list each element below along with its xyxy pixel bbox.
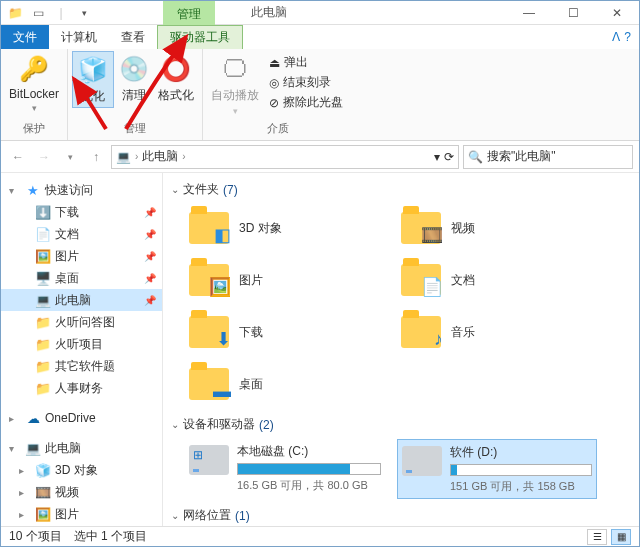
- chevron-right-icon: ▸: [9, 413, 21, 424]
- format-label: 格式化: [158, 87, 194, 104]
- chevron-down-icon: ⌄: [171, 510, 179, 521]
- breadcrumb-root[interactable]: 此电脑: [142, 148, 178, 165]
- folder-music[interactable]: ♪音乐: [397, 308, 597, 356]
- nav-folder-4[interactable]: 📁人事财务: [1, 377, 162, 399]
- pin-icon: 📌: [144, 295, 156, 306]
- nav-back-button[interactable]: ←: [7, 146, 29, 168]
- search-icon: 🔍: [468, 150, 483, 164]
- tab-computer[interactable]: 计算机: [49, 25, 109, 49]
- star-icon: ★: [25, 182, 41, 198]
- pin-icon: 📌: [144, 229, 156, 240]
- search-input[interactable]: 🔍 搜索"此电脑": [463, 145, 633, 169]
- group-header-folders[interactable]: ⌄ 文件夹 (7): [171, 181, 631, 198]
- eject-button[interactable]: ⏏弹出: [267, 53, 345, 72]
- qat-dropdown-icon[interactable]: ▾: [74, 3, 94, 23]
- group-label-protect: 保护: [23, 121, 45, 138]
- download-icon: ⬇️: [35, 204, 51, 220]
- nav-pictures[interactable]: 🖼️图片📌: [1, 245, 162, 267]
- ribbon-collapse-icon[interactable]: ᐱ ?: [612, 25, 631, 49]
- nav-this-pc-root[interactable]: ▾💻此电脑: [1, 437, 162, 459]
- status-bar: 10 个项目 选中 1 个项目 ☰ ▦: [1, 526, 639, 546]
- format-button[interactable]: ⭕ 格式化: [154, 51, 198, 106]
- folder-3d-objects[interactable]: ◧3D 对象: [185, 204, 385, 252]
- breadcrumb-dropdown-icon[interactable]: ▾: [434, 150, 440, 164]
- tab-view[interactable]: 查看: [109, 25, 157, 49]
- group-count: (1): [235, 509, 250, 523]
- folder-desktop[interactable]: ▬桌面: [185, 360, 385, 408]
- ribbon-group-media: 🖵 自动播放 ▾ ⏏弹出 ◎结束刻录 ⊘擦除此光盘 介质: [203, 49, 353, 140]
- folder-downloads[interactable]: ⬇下载: [185, 308, 385, 356]
- contextual-tab-header: 管理: [163, 1, 215, 25]
- cleanup-button[interactable]: 💿 清理: [114, 51, 154, 106]
- nav-pc-video[interactable]: ▸🎞️视频: [1, 481, 162, 503]
- cube-icon: 🧊: [35, 462, 51, 478]
- drives-grid: ⊞ 本地磁盘 (C:) 16.5 GB 可用，共 80.0 GB 软件 (D:)…: [185, 439, 631, 499]
- nav-documents[interactable]: 📄文档📌: [1, 223, 162, 245]
- refresh-icon[interactable]: ⟳: [444, 150, 454, 164]
- burn-icon: ◎: [269, 76, 279, 90]
- pc-icon: 💻: [116, 150, 131, 164]
- maximize-button[interactable]: ☐: [551, 1, 595, 25]
- folder-documents[interactable]: 📄文档: [397, 256, 597, 304]
- pc-icon: 💻: [25, 440, 41, 456]
- document-icon: 📄: [35, 226, 51, 242]
- quick-access-toolbar: 📁 ▭ | ▾: [1, 3, 98, 23]
- nav-onedrive[interactable]: ▸☁OneDrive: [1, 407, 162, 429]
- properties-icon[interactable]: ▭: [28, 3, 48, 23]
- autoplay-button[interactable]: 🖵 自动播放 ▾: [207, 51, 263, 118]
- finish-burn-button[interactable]: ◎结束刻录: [267, 73, 345, 92]
- folders-grid: ◧3D 对象 🎞️视频 🖼️图片 📄文档 ⬇下载 ♪音乐 ▬桌面: [185, 204, 631, 408]
- capacity-bar: [237, 463, 381, 475]
- nav-pc-3d[interactable]: ▸🧊3D 对象: [1, 459, 162, 481]
- chevron-down-icon: ⌄: [171, 184, 179, 195]
- nav-folder-1[interactable]: 📁火听问答图: [1, 311, 162, 333]
- group-label: 设备和驱动器: [183, 416, 255, 433]
- cleanup-label: 清理: [122, 87, 146, 104]
- group-header-devices[interactable]: ⌄ 设备和驱动器 (2): [171, 416, 631, 433]
- group-label-media: 介质: [267, 121, 289, 138]
- minimize-button[interactable]: —: [507, 1, 551, 25]
- folder-icon: 📁: [35, 336, 51, 352]
- icons-view-button[interactable]: ▦: [611, 529, 631, 545]
- nav-downloads[interactable]: ⬇️下载📌: [1, 201, 162, 223]
- group-label: 网络位置: [183, 507, 231, 524]
- chevron-down-icon: ▾: [9, 185, 21, 196]
- nav-folder-3[interactable]: 📁其它软件题: [1, 355, 162, 377]
- contextual-tab-label: 管理: [163, 1, 215, 25]
- optimize-button[interactable]: 🧊 优化: [72, 51, 114, 108]
- nav-up-button[interactable]: ↑: [85, 146, 107, 168]
- bitlocker-button[interactable]: 🔑 BitLocker ▾: [5, 51, 63, 115]
- status-item-count: 10 个项目: [9, 528, 62, 545]
- chevron-right-icon: ▸: [19, 487, 31, 498]
- folder-icon: 📁: [35, 314, 51, 330]
- bitlocker-label: BitLocker: [9, 87, 59, 101]
- drive-c[interactable]: ⊞ 本地磁盘 (C:) 16.5 GB 可用，共 80.0 GB: [185, 439, 385, 499]
- tab-drive-tools[interactable]: 驱动器工具: [157, 25, 243, 49]
- drive-d[interactable]: 软件 (D:) 151 GB 可用，共 158 GB: [397, 439, 597, 499]
- nav-desktop[interactable]: 🖥️桌面📌: [1, 267, 162, 289]
- nav-this-pc[interactable]: 💻此电脑📌: [1, 289, 162, 311]
- folder-icon: 🎞️: [399, 206, 443, 250]
- erase-disc-button[interactable]: ⊘擦除此光盘: [267, 93, 345, 112]
- drive-label: 本地磁盘 (C:): [237, 443, 381, 460]
- folder-videos[interactable]: 🎞️视频: [397, 204, 597, 252]
- details-view-button[interactable]: ☰: [587, 529, 607, 545]
- nav-folder-2[interactable]: 📁火听项目: [1, 333, 162, 355]
- folder-pictures[interactable]: 🖼️图片: [185, 256, 385, 304]
- nav-forward-button[interactable]: →: [33, 146, 55, 168]
- group-label-manage: 管理: [124, 121, 146, 138]
- optimize-label: 优化: [81, 88, 105, 105]
- nav-quick-access[interactable]: ▾★快速访问: [1, 179, 162, 201]
- desktop-icon: 🖥️: [35, 270, 51, 286]
- nav-recent-button[interactable]: ▾: [59, 146, 81, 168]
- group-count: (7): [223, 183, 238, 197]
- close-button[interactable]: ✕: [595, 1, 639, 25]
- tab-file[interactable]: 文件: [1, 25, 49, 49]
- group-count: (2): [259, 418, 274, 432]
- ribbon-group-manage: 🧊 优化 💿 清理 ⭕ 格式化 管理: [68, 49, 203, 140]
- group-header-network[interactable]: ⌄ 网络位置 (1): [171, 507, 631, 524]
- dropdown-icon: ▾: [233, 106, 238, 116]
- breadcrumb[interactable]: 💻 › 此电脑 › ▾ ⟳: [111, 145, 459, 169]
- nav-pc-pictures[interactable]: ▸🖼️图片: [1, 503, 162, 525]
- cleanup-icon: 💿: [118, 53, 150, 85]
